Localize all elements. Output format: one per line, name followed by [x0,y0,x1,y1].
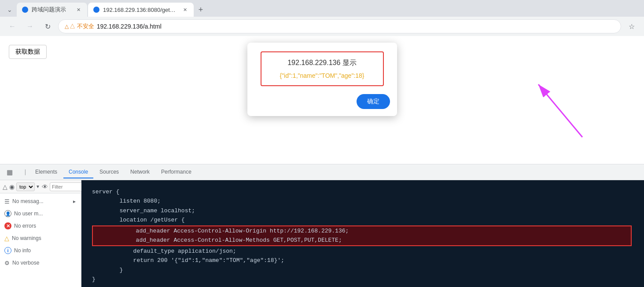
messages-icon: ☰ [4,198,10,205]
verbose-label: No verbose [12,260,39,266]
dropdown-icon: ▼ [36,184,40,189]
page-content: 获取数据 192.168.229.136 显示 {"id":1,"name":"… [0,36,644,164]
code-line-1: server { [92,187,633,196]
forward-button[interactable]: → [23,19,37,33]
address-bar: ← → ↻ △ △ 不安全 192.168.229.136/a.html ☆ [0,17,644,36]
errors-icon: ✕ [4,222,11,229]
tab-2-favicon [93,7,99,13]
verbose-icon: ⚙ [4,260,10,266]
messages-label: No messag... [12,198,44,204]
warnings-icon: △ [4,235,9,242]
warnings-label: No warnings [12,235,41,241]
devtools-body: △ ◉ top ▼ 👁 ☰ No messag... ► 👤 [0,180,644,287]
block-btn[interactable]: ◉ [9,183,15,190]
code-line-5: add_header Access-Control-Allow-Origin h… [93,226,631,236]
devtools-inspect-btn[interactable]: ▦ [4,166,16,178]
tab-2-close[interactable]: ✕ [181,6,188,13]
dialog-title: 192.168.229.136 显示 [270,58,374,68]
devtools-device-btn[interactable]: ⎹ [17,166,29,178]
code-line-2: listen 8080; [92,196,633,206]
tab-elements[interactable]: Elements [30,166,63,178]
sidebar-item-user[interactable]: 👤 No user m... [0,207,81,220]
tab-2[interactable]: 192.168.229.136:8080/getUs... ✕ [88,3,194,17]
url-text: 192.168.229.136/a.html [97,23,162,30]
tab-performance[interactable]: Performance [156,166,197,178]
tab-network[interactable]: Network [125,166,155,178]
address-bar-right: ☆ [625,19,639,33]
context-selector[interactable]: top [16,182,35,191]
user-icon: 👤 [4,210,11,217]
tab-1-title: 跨域问题演示 [32,6,71,14]
info-label: No info [14,247,31,254]
user-label: No user m... [14,211,43,217]
devtools-tab-bar: ▦ ⎹ Elements Console Sources Network Per… [0,164,644,180]
back-button[interactable]: ← [5,19,19,33]
tab-1[interactable]: 跨域问题演示 ✕ [17,3,87,17]
tab-bar: ⌄ 跨域问题演示 ✕ 192.168.229.136:8080/getUs...… [0,0,644,17]
code-highlighted-group: add_header Access-Control-Allow-Origin h… [92,225,632,246]
code-line-10: } [92,275,633,284]
sidebar-item-info[interactable]: i No info [0,244,81,257]
info-icon: i [4,247,11,254]
sidebar-item-verbose[interactable]: ⚙ No verbose [0,257,81,269]
console-toolbar: △ ◉ top ▼ 👁 [0,180,81,193]
code-line-8: return 200 '{"id":1,"name":"TOM","age":1… [92,256,633,265]
browser-chrome: ⌄ 跨域问题演示 ✕ 192.168.229.136:8080/getUs...… [0,0,644,36]
pink-arrow [503,71,591,142]
tab-sources[interactable]: Sources [94,166,124,178]
refresh-button[interactable]: ↻ [40,19,55,33]
sidebar-item-messages[interactable]: ☰ No messag... ► [0,195,81,207]
sidebar-item-warnings[interactable]: △ No warnings [0,232,81,244]
security-warning-icon: △ △ 不安全 [65,22,94,30]
tab-1-favicon [22,7,28,13]
dialog-box: 192.168.229.136 显示 {"id":1,"name":"TOM",… [247,43,397,116]
sidebar-item-errors[interactable]: ✕ No errors [0,220,81,232]
tab-console[interactable]: Console [63,166,93,178]
eye-button[interactable]: 👁 [42,183,48,190]
tab-1-close[interactable]: ✕ [75,6,82,13]
devtools-sidebar: △ ◉ top ▼ 👁 ☰ No messag... ► 👤 [0,180,81,287]
code-line-4: location /getUser { [92,215,633,225]
messages-expand-icon: ► [72,199,77,204]
dialog-red-border: 192.168.229.136 显示 {"id":1,"name":"TOM",… [261,51,384,86]
code-line-3: server_name localhost; [92,206,633,215]
dialog-confirm-button[interactable]: 确定 [357,94,390,109]
url-bar[interactable]: △ △ 不安全 192.168.229.136/a.html [58,19,621,33]
code-line-7: default_type application/json; [92,247,633,256]
new-tab-button[interactable]: + [195,4,207,16]
tab-2-title: 192.168.229.136:8080/getUs... [103,7,178,13]
dialog-content: {"id":1,"name":"TOM","age":18} [270,72,374,79]
sidebar-items: ☰ No messag... ► 👤 No user m... ✕ No err… [0,193,81,271]
code-line-9: } [92,265,633,275]
errors-label: No errors [14,223,36,229]
bookmark-button[interactable]: ☆ [625,19,639,33]
tab-back-dropdown[interactable]: ⌄ [4,4,16,16]
code-line-6: add_header Access-Control-Allow-Methods … [93,236,631,245]
clear-console-btn[interactable]: △ [3,183,7,190]
devtools-main: server { listen 8080; server_name localh… [81,180,644,287]
devtools: ▦ ⎹ Elements Console Sources Network Per… [0,164,644,287]
